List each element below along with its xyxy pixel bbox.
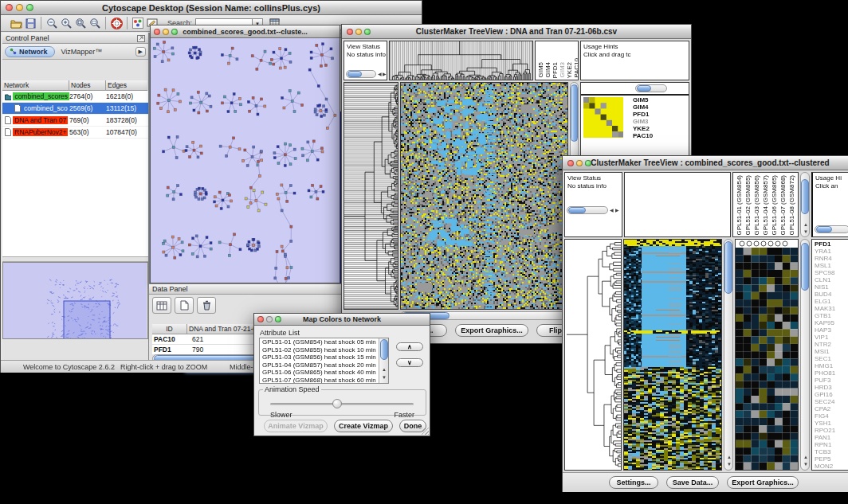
- attribute-list-item[interactable]: GPL51-01 (GSM854) heat shock 05 min: [260, 338, 388, 346]
- zoom-out-icon[interactable]: [45, 17, 59, 30]
- tv1-close-button[interactable]: [347, 29, 353, 35]
- tv2-row-label[interactable]: HMG1: [815, 362, 848, 369]
- tv2-collabel-vscrollbar[interactable]: ▲ ▼: [800, 172, 810, 237]
- delete-attribute-icon[interactable]: [197, 297, 216, 314]
- tv1-row-label[interactable]: YKE2: [633, 125, 653, 132]
- zoom-in-icon[interactable]: [59, 17, 73, 30]
- help-icon[interactable]: [109, 17, 124, 30]
- speed-slider-track[interactable]: [270, 403, 414, 405]
- tv1-column-label[interactable]: GIM5: [537, 62, 544, 78]
- tv2-close-button[interactable]: [567, 160, 574, 166]
- tv1-row-dendrogram[interactable]: [344, 82, 398, 310]
- tv2-row-label[interactable]: NIS1: [815, 283, 848, 291]
- net-zoom-button[interactable]: [171, 29, 178, 35]
- minimize-button[interactable]: [16, 4, 23, 11]
- scroll-right-arrow-icon[interactable]: ▶: [383, 72, 387, 76]
- tv1-row-label[interactable]: PAC10: [633, 132, 653, 139]
- tv2-row-label[interactable]: MSL1: [815, 262, 848, 269]
- tv2-row-label[interactable]: CLN1: [815, 276, 848, 283]
- tv2-row-label[interactable]: MON2: [815, 463, 848, 470]
- tv1-mini-heatmap[interactable]: [583, 97, 623, 138]
- network-canvas[interactable]: [151, 38, 340, 283]
- dialog-titlebar[interactable]: Map Colors to Network: [254, 314, 430, 326]
- network-view-titlebar[interactable]: combined_scores_good.txt--cluste...: [151, 25, 340, 38]
- tv1-column-label[interactable]: GIM3: [559, 62, 566, 78]
- save-session-icon[interactable]: [23, 17, 37, 30]
- tab-network[interactable]: Network: [5, 46, 55, 57]
- tv1-zoom-hscrollbar[interactable]: [635, 84, 667, 92]
- tv2-row-label[interactable]: GPI16: [815, 391, 848, 398]
- column-header-edges[interactable]: Edges: [106, 80, 147, 91]
- tv1-row-label[interactable]: PFD1: [633, 111, 653, 118]
- scroll-up-arrow-icon[interactable]: ▲: [727, 455, 732, 459]
- net-close-button[interactable]: [154, 29, 160, 35]
- tv2-settings-button[interactable]: Settings...: [609, 476, 658, 489]
- tv1-row-label[interactable]: GIM3: [633, 118, 653, 125]
- tv2-column-label[interactable]: GPL51-07 (GSM868): [779, 175, 787, 236]
- attribute-list-item[interactable]: GPL51-03 (GSM856) heat shock 15 min: [260, 354, 388, 361]
- tv2-zoom-vscrollbar[interactable]: ▲ ▼: [800, 239, 810, 471]
- scroll-down-arrow-icon[interactable]: ▼: [727, 462, 732, 467]
- tv1-column-label[interactable]: YKE2: [566, 62, 573, 78]
- tv2-row-label[interactable]: VIP1: [815, 334, 848, 341]
- scroll-down-arrow-icon[interactable]: ▼: [382, 375, 387, 380]
- tv2-zoom-button[interactable]: [585, 160, 591, 166]
- tv2-row-label[interactable]: YRA1: [815, 248, 848, 255]
- tv1-minimize-button[interactable]: [355, 29, 362, 35]
- treeview1-titlebar[interactable]: ClusterMaker TreeView : DNA and Tran 07-…: [342, 25, 691, 39]
- tv2-row-label[interactable]: MAK31: [815, 305, 848, 312]
- tv1-zoom-button[interactable]: [364, 29, 371, 35]
- tv2-row-label[interactable]: SEC1: [815, 355, 848, 362]
- tv2-heatmap[interactable]: [623, 239, 722, 471]
- float-panel-icon[interactable]: [137, 31, 145, 45]
- attribute-list-scrollbar[interactable]: ▲ ▼: [379, 338, 388, 383]
- tv2-row-label[interactable]: CPA2: [815, 405, 848, 412]
- tv2-heatmap-vscrollbar[interactable]: ▲ ▼: [724, 239, 733, 471]
- scroll-right-arrow-icon[interactable]: ▶: [615, 208, 619, 213]
- scroll-up-arrow-icon[interactable]: ▲: [803, 455, 808, 459]
- tv2-row-label[interactable]: TCB3: [815, 448, 848, 455]
- scroll-left-arrow-icon[interactable]: ◀: [610, 208, 614, 213]
- tv2-row-label[interactable]: PHO81: [815, 369, 848, 377]
- tv2-row-label[interactable]: GTB1: [815, 312, 848, 319]
- new-attribute-icon[interactable]: [175, 297, 194, 314]
- tv2-zoom-heatmap-panel[interactable]: [735, 239, 799, 471]
- network-table-row[interactable]: combined_scores 2764(0) 16218(0): [2, 91, 148, 103]
- tv1-column-dendrogram[interactable]: [389, 41, 533, 80]
- tv2-column-label[interactable]: GPL51-01 (GSM854): [736, 175, 743, 236]
- tv2-column-dendrogram-area[interactable]: [624, 172, 731, 237]
- net-minimize-button[interactable]: [163, 29, 169, 35]
- tv2-row-label[interactable]: HRD3: [815, 384, 848, 391]
- close-button[interactable]: [6, 4, 13, 11]
- network-table-row[interactable]: combined_sco 2569(6) 13112(15): [2, 103, 148, 115]
- tv2-hints-scrollbar[interactable]: [815, 225, 848, 233]
- tv2-row-label[interactable]: PUF3: [815, 377, 848, 384]
- tv2-minimize-button[interactable]: [576, 160, 583, 166]
- network-table-row[interactable]: RNAPuberNov2+ 563(0) 107847(0): [2, 127, 148, 139]
- attribute-list-item[interactable]: GPL51-07 (GSM868) heat shock 60 min: [260, 377, 388, 385]
- tv1-status-scrollbar[interactable]: [346, 70, 376, 78]
- open-session-icon[interactable]: [9, 17, 23, 30]
- tv2-row-label[interactable]: KAP95: [815, 319, 848, 326]
- move-up-button[interactable]: ∧: [396, 342, 423, 351]
- tab-vizmapper[interactable]: VizMapper™: [57, 47, 108, 57]
- tv2-row-label[interactable]: SEC24: [815, 398, 848, 405]
- tv2-row-label[interactable]: FIG4: [815, 412, 848, 420]
- scroll-down-arrow-icon[interactable]: ▼: [803, 462, 808, 467]
- dialog-minimize-button[interactable]: [266, 316, 273, 322]
- tv2-export-graphics-button[interactable]: Export Graphics...: [727, 476, 799, 489]
- attribute-list-item[interactable]: GPL51-04 (GSM857) heat shock 20 min: [260, 361, 388, 369]
- tv2-row-label[interactable]: BUD4: [815, 291, 848, 298]
- scroll-up-arrow-icon[interactable]: ▲: [382, 367, 387, 372]
- tv1-column-label[interactable]: PAC10: [573, 58, 579, 78]
- scroll-down-arrow-icon[interactable]: ▼: [803, 229, 808, 234]
- tv2-column-label[interactable]: GPL51-03 (GSM856): [753, 175, 760, 236]
- tv2-row-label[interactable]: MSI1: [815, 348, 848, 355]
- dialog-close-button[interactable]: [257, 316, 264, 322]
- tv1-heatmap[interactable]: [400, 82, 568, 310]
- vizmapper-icon[interactable]: [131, 17, 145, 30]
- tv2-row-label[interactable]: RNR4: [815, 255, 848, 262]
- tv2-row-dendrogram[interactable]: [564, 239, 622, 471]
- birdseye-view[interactable]: [2, 262, 148, 339]
- create-vizmap-button[interactable]: Create Vizmap: [334, 420, 393, 432]
